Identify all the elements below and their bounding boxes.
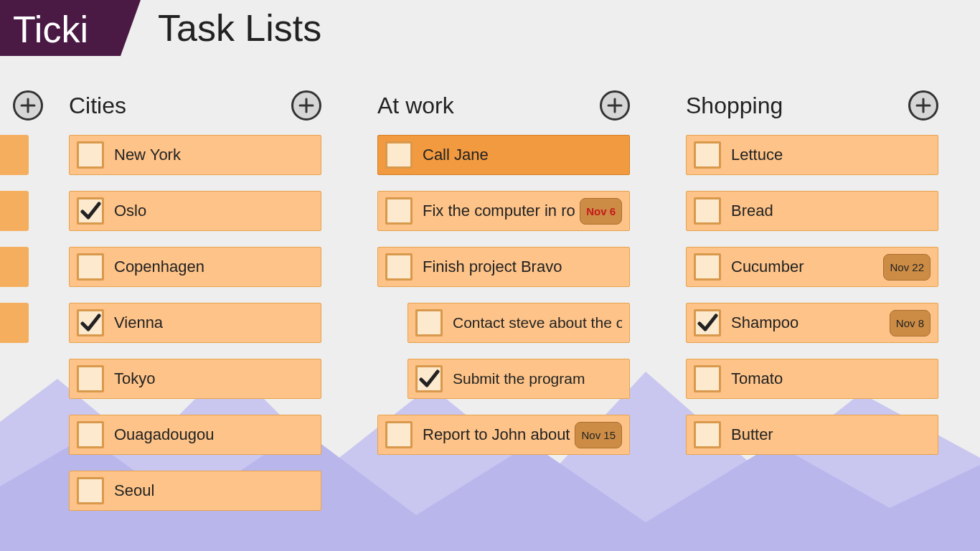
task-date-tag: Nov 6 <box>580 198 622 225</box>
task-item[interactable]: New York <box>69 135 321 175</box>
app-header: Ticki Task Lists <box>0 0 980 56</box>
task-label: Finish project Bravo <box>423 258 622 276</box>
list-header: Cities <box>69 88 337 123</box>
task-item[interactable]: Vienna <box>69 303 321 343</box>
task-checkbox[interactable] <box>77 309 104 336</box>
task-label: Cucumber <box>731 258 879 276</box>
task-label: Bread <box>731 202 930 220</box>
task-item[interactable]: Tomato <box>686 359 938 399</box>
task-date-tag: Nov 8 <box>890 310 930 336</box>
task-item[interactable]: Call Jane <box>377 135 630 175</box>
brand-label: Ticki <box>13 8 88 51</box>
task-item[interactable]: Submit the program <box>407 359 630 399</box>
task-item[interactable]: Lettuce <box>686 135 938 175</box>
task-checkbox[interactable] <box>385 197 413 225</box>
add-task-button[interactable] <box>291 90 321 121</box>
task-checkbox[interactable] <box>77 477 104 504</box>
lists-panorama[interactable]: CitiesNew YorkOsloCopenhagenViennaTokyoO… <box>0 56 980 551</box>
tasks-container: New YorkOsloCopenhagenViennaTokyoOuagado… <box>69 135 337 527</box>
list-title[interactable]: Shopping <box>686 93 783 119</box>
list-column-at-work: At workCall JaneFix the computer in rooN… <box>337 88 646 551</box>
task-label: Copenhagen <box>114 258 314 276</box>
task-item[interactable]: Butter <box>686 415 938 455</box>
task-checkbox[interactable] <box>77 253 104 281</box>
task-checkbox[interactable] <box>694 197 721 225</box>
app-brand: Ticki <box>0 0 121 56</box>
task-checkbox[interactable] <box>694 253 721 281</box>
task-checkbox[interactable] <box>694 141 721 169</box>
task-item[interactable]: Ouagadougou <box>69 415 321 455</box>
task-label: Tokyo <box>114 369 314 388</box>
task-checkbox[interactable] <box>77 421 104 448</box>
add-task-button[interactable] <box>908 90 938 121</box>
task-checkbox[interactable] <box>385 253 413 281</box>
task-date-tag: Nov 15 <box>575 422 622 448</box>
task-checkbox[interactable] <box>415 365 443 392</box>
task-label: Seoul <box>114 481 314 500</box>
task-label: Call Jane <box>423 146 622 164</box>
page-title: Task Lists <box>121 0 321 56</box>
list-column-shopping: ShoppingLettuceBreadCucumberNov 22Shampo… <box>646 88 954 551</box>
prev-list-task-edge[interactable] <box>0 247 29 287</box>
task-checkbox[interactable] <box>77 365 104 392</box>
task-label: Shampoo <box>731 314 885 332</box>
task-label: Tomato <box>731 369 930 388</box>
task-item[interactable]: Oslo <box>69 191 321 231</box>
task-checkbox[interactable] <box>385 421 413 448</box>
task-label: Contact steve about the off <box>453 314 622 331</box>
task-label: New York <box>114 146 314 164</box>
list-header: Shopping <box>686 88 954 123</box>
task-item[interactable]: Seoul <box>69 471 321 511</box>
list-title[interactable]: At work <box>377 93 454 119</box>
add-task-button[interactable] <box>600 90 630 121</box>
task-label: Ouagadougou <box>114 425 314 444</box>
tasks-container: LettuceBreadCucumberNov 22ShampooNov 8To… <box>686 135 954 471</box>
task-item[interactable]: ShampooNov 8 <box>686 303 938 343</box>
prev-list-task-edge[interactable] <box>0 191 29 231</box>
task-checkbox[interactable] <box>77 141 104 169</box>
task-label: Report to John about th <box>423 425 570 444</box>
task-label: Butter <box>731 425 930 444</box>
task-item[interactable]: Copenhagen <box>69 247 321 287</box>
task-label: Lettuce <box>731 146 930 164</box>
list-column-cities: CitiesNew YorkOsloCopenhagenViennaTokyoO… <box>29 88 337 551</box>
task-item[interactable]: Fix the computer in rooNov 6 <box>377 191 630 231</box>
task-label: Vienna <box>114 314 314 332</box>
task-item[interactable]: Tokyo <box>69 359 321 399</box>
task-item[interactable]: Report to John about thNov 15 <box>377 415 630 455</box>
prev-list-task-edge[interactable] <box>0 135 29 175</box>
task-checkbox[interactable] <box>77 197 104 225</box>
task-checkbox[interactable] <box>694 309 721 336</box>
task-checkbox[interactable] <box>694 365 721 392</box>
task-item[interactable]: CucumberNov 22 <box>686 247 938 287</box>
task-checkbox[interactable] <box>385 141 413 169</box>
task-item[interactable]: Bread <box>686 191 938 231</box>
list-header: At work <box>377 88 646 123</box>
task-item[interactable]: Finish project Bravo <box>377 247 630 287</box>
prev-list-task-edge[interactable] <box>0 303 29 343</box>
add-list-button-left[interactable] <box>13 90 43 121</box>
task-date-tag: Nov 22 <box>883 254 930 281</box>
task-label: Fix the computer in roo <box>423 202 575 220</box>
task-checkbox[interactable] <box>415 309 443 336</box>
task-item[interactable]: Contact steve about the off <box>407 303 630 343</box>
task-label: Submit the program <box>453 370 622 387</box>
task-label: Oslo <box>114 202 314 220</box>
task-checkbox[interactable] <box>694 421 721 448</box>
tasks-container: Call JaneFix the computer in rooNov 6Fin… <box>377 135 646 471</box>
prev-list-edge[interactable] <box>0 88 29 551</box>
list-title[interactable]: Cities <box>69 93 126 119</box>
